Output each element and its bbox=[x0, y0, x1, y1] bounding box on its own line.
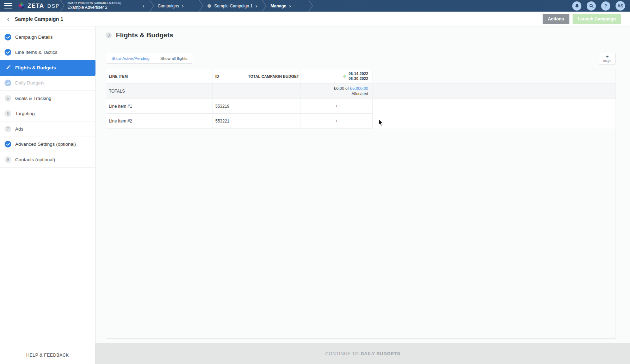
table-row: Line Item #1 553219 + bbox=[106, 99, 616, 114]
help-feedback-button[interactable]: HELP & FEEDBACK bbox=[0, 346, 95, 364]
sidebar-item-label: Advanced Settings (optional) bbox=[15, 142, 76, 147]
check-circle-icon bbox=[5, 141, 11, 148]
step-number-badge: 7 bbox=[5, 126, 11, 132]
table-header-row: LINE ITEM ID TOTAL CAMPAIGN BUDGET ✈ 06-… bbox=[106, 69, 616, 83]
sidebar-item-label: Goals & Tracking bbox=[15, 96, 51, 101]
totals-allocated-cell: ₺0.00 of ₺5,000.00 Allocated bbox=[301, 83, 372, 99]
line-item-budget-cell bbox=[245, 99, 301, 113]
breadcrumb-advertiser[interactable]: SMART PROJECTS (VARIABLE MARGIN) Example… bbox=[67, 1, 144, 10]
continue-prefix: CONTINUE TO bbox=[325, 351, 359, 356]
continue-button[interactable]: CONTINUE TO DAILY BUDGETS bbox=[95, 343, 630, 364]
add-flight-plus-button[interactable]: + bbox=[301, 114, 372, 128]
breadcrumb-separator bbox=[149, 0, 155, 12]
sidebar-item-goals-tracking[interactable]: 5 Goals & Tracking bbox=[0, 91, 95, 106]
sidebar-item-label: Line Items & Tactics bbox=[15, 50, 57, 55]
launch-campaign-button[interactable]: Launch Campaign bbox=[573, 14, 621, 24]
zeta-dsp-logo[interactable]: ZETA DSP bbox=[19, 2, 60, 10]
sidebar-item-campaign-details[interactable]: Campaign Details bbox=[0, 30, 95, 45]
main-content: 3 Flights & Budgets Show Active/Pending … bbox=[95, 26, 630, 364]
line-item-id: 553221 bbox=[212, 114, 245, 128]
help-icon[interactable]: ? bbox=[601, 1, 610, 11]
flight-filter-toggle: Show Active/Pending Show all flights bbox=[106, 53, 193, 64]
manage-label: Manage bbox=[271, 4, 286, 8]
totals-id-cell bbox=[212, 83, 245, 99]
totals-row: TOTALS ₺0.00 of ₺5,000.00 Allocated bbox=[106, 83, 616, 99]
sidebar-item-label: Ads bbox=[15, 126, 23, 132]
campaign-steps-sidebar: Campaign Details Line Items & Tactics Fl… bbox=[0, 26, 95, 364]
campaign-name-label: Sample Campaign 1 bbox=[214, 4, 253, 8]
add-flight-plus-button[interactable]: + bbox=[301, 99, 372, 113]
check-circle-icon bbox=[5, 34, 11, 40]
line-item-name: Line Item #1 bbox=[106, 99, 212, 113]
add-flight-label: Flight bbox=[603, 59, 611, 63]
line-item-name: Line Item #2 bbox=[106, 114, 212, 128]
breadcrumb-manage[interactable]: Manage › bbox=[271, 3, 291, 8]
campaign-status-dot bbox=[208, 4, 211, 8]
sidebar-item-line-items-tactics[interactable]: Line Items & Tactics bbox=[0, 45, 95, 61]
totals-budget-cell bbox=[245, 83, 301, 99]
sidebar-item-label: Daily Budgets bbox=[15, 80, 44, 86]
notifications-bell-icon[interactable] bbox=[572, 1, 581, 11]
step-number-badge: 9 bbox=[5, 156, 11, 163]
allocated-suffix: Allocated bbox=[352, 91, 368, 96]
sidebar-item-advanced-settings[interactable]: Advanced Settings (optional) bbox=[0, 137, 95, 152]
sidebar-item-label: Flights & Budgets bbox=[15, 65, 56, 70]
flight-end-date: 06-30-2022 bbox=[348, 76, 368, 81]
check-circle-icon bbox=[5, 49, 11, 56]
step-number-badge: 3 bbox=[106, 32, 112, 38]
sidebar-item-label: Campaign Details bbox=[15, 34, 53, 40]
table-row: Line Item #2 553221 + bbox=[106, 114, 616, 128]
campaign-title: Sample Campaign 1 bbox=[15, 16, 63, 22]
logo-brand-text: ZETA bbox=[27, 2, 44, 10]
app-window: ZETA DSP SMART PROJECTS (VARIABLE MARGIN… bbox=[0, 0, 630, 364]
add-flight-button[interactable]: + Flight bbox=[599, 53, 616, 65]
sidebar-item-targeting[interactable]: 6 Targeting bbox=[0, 106, 95, 122]
search-icon[interactable] bbox=[587, 1, 596, 11]
sidebar-item-ads[interactable]: 7 Ads bbox=[0, 121, 95, 137]
zeta-diamond-icon bbox=[18, 2, 25, 10]
chevron-right-icon: › bbox=[182, 3, 184, 8]
pencil-icon bbox=[5, 64, 11, 71]
advertiser-name: Example Advertiser 2 bbox=[67, 5, 121, 10]
step-number-badge: 5 bbox=[5, 95, 11, 102]
line-item-budget-cell bbox=[245, 114, 301, 128]
campaigns-label: Campaigns bbox=[158, 4, 179, 8]
show-active-pending-button[interactable]: Show Active/Pending bbox=[106, 53, 155, 63]
column-header-id: ID bbox=[212, 69, 245, 83]
check-circle-icon bbox=[5, 80, 11, 86]
line-item-id: 553219 bbox=[212, 99, 245, 113]
breadcrumb-separator bbox=[308, 0, 314, 12]
hamburger-menu-icon[interactable] bbox=[4, 3, 12, 8]
breadcrumb-campaign[interactable]: Sample Campaign 1 › bbox=[208, 3, 257, 8]
breadcrumb-campaigns[interactable]: Campaigns › bbox=[158, 3, 184, 8]
chevron-right-icon: › bbox=[289, 3, 291, 8]
sidebar-item-contacts[interactable]: 9 Contacts (optional) bbox=[0, 152, 95, 168]
back-chevron-icon[interactable]: ‹ bbox=[6, 15, 11, 23]
advertiser-project-label: SMART PROJECTS (VARIABLE MARGIN) bbox=[67, 1, 121, 5]
top-navigation-bar: ZETA DSP SMART PROJECTS (VARIABLE MARGIN… bbox=[0, 0, 630, 12]
plus-icon: + bbox=[606, 55, 609, 58]
sidebar-item-label: Contacts (optional) bbox=[15, 157, 55, 162]
breadcrumb-separator bbox=[198, 0, 204, 12]
sidebar-item-daily-budgets[interactable]: Daily Budgets bbox=[0, 76, 95, 91]
flights-budgets-table: LINE ITEM ID TOTAL CAMPAIGN BUDGET ✈ 06-… bbox=[106, 69, 616, 339]
show-all-flights-button[interactable]: Show all flights bbox=[155, 53, 193, 63]
chevron-right-icon: › bbox=[255, 3, 257, 8]
sidebar-item-label: Targeting bbox=[15, 111, 35, 116]
total-budget-link[interactable]: ₺5,000.00 bbox=[350, 86, 368, 90]
totals-label: TOTALS bbox=[106, 83, 212, 99]
column-header-flight-dates: ✈ 06-14-2022 06-30-2022 bbox=[301, 69, 372, 83]
flight-start-date: 06-14-2022 bbox=[348, 71, 368, 76]
actions-button[interactable]: Actions bbox=[543, 14, 569, 24]
column-header-budget: TOTAL CAMPAIGN BUDGET bbox=[245, 69, 301, 83]
chevron-right-icon: › bbox=[142, 3, 144, 8]
user-avatar[interactable]: AS bbox=[616, 1, 625, 11]
sidebar-item-flights-budgets[interactable]: Flights & Budgets bbox=[0, 60, 95, 76]
continue-target: DAILY BUDGETS bbox=[361, 351, 401, 356]
airplane-icon: ✈ bbox=[343, 74, 347, 79]
column-header-line-item: LINE ITEM bbox=[106, 69, 212, 83]
allocated-spent: ₺0.00 of bbox=[334, 86, 349, 90]
breadcrumb-separator bbox=[261, 0, 267, 12]
logo-suffix-text: DSP bbox=[47, 3, 60, 9]
page-title: Flights & Budgets bbox=[116, 31, 173, 39]
